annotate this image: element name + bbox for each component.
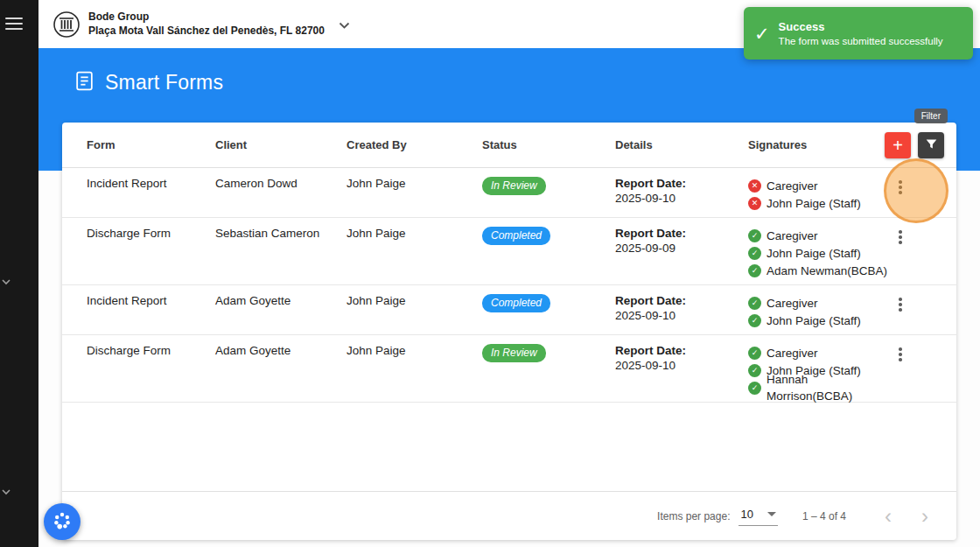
company-info: Bode Group Plaça Mota Vall Sánchez del P… [88, 11, 325, 38]
cell-form: Discharge Form [87, 225, 215, 240]
column-header-details: Details [615, 138, 748, 151]
signature-name: John Paige (Staff) [766, 245, 861, 262]
cell-form: Incident Report [87, 175, 215, 190]
cell-details: Report Date: 2025-09-10 [615, 175, 748, 205]
signed-check-icon: ✓ [748, 347, 761, 360]
cell-form: Incident Report [87, 292, 215, 307]
smart-forms-icon [74, 70, 95, 95]
signature-name: Hannah Morrison(BCBA) [766, 371, 888, 404]
signature-item: ✓Caregiver [748, 344, 888, 361]
cell-created-by: John Paige [346, 342, 482, 357]
cell-form: Discharge Form [87, 342, 215, 357]
hamburger-menu-icon[interactable] [5, 18, 24, 30]
company-logo-icon [52, 11, 80, 39]
table-row: Discharge Form Sebastian Cameron John Pa… [62, 218, 956, 285]
sidebar-expand-chevron-icon[interactable] [1, 483, 13, 492]
details-label: Report Date: [615, 177, 748, 190]
next-page-button[interactable]: › [913, 504, 937, 529]
items-per-page-value: 10 [740, 508, 752, 521]
previous-page-button[interactable]: ‹ [876, 504, 900, 529]
cell-client: Adam Goyette [215, 342, 346, 357]
signed-check-icon: ✓ [748, 297, 761, 310]
sidebar-expand-chevron-icon[interactable] [1, 273, 13, 282]
cell-client: Cameron Dowd [215, 175, 346, 190]
signature-name: Caregiver [766, 228, 818, 244]
details-date: 2025-09-09 [615, 242, 748, 255]
theme-palette-button[interactable] [44, 503, 80, 540]
items-per-page-label: Items per page: [657, 510, 730, 522]
table-actions: + [885, 132, 944, 158]
cell-client: Adam Goyette [215, 292, 346, 307]
row-menu-button[interactable] [890, 344, 911, 365]
column-header-client: Client [215, 138, 346, 151]
table-body: Incident Report Cameron Dowd John Paige … [62, 168, 956, 403]
smart-forms-table-card: Filter Form Client Created By Status Det… [62, 123, 956, 540]
signature-name: Adam Newman(BCBA) [766, 263, 887, 279]
status-badge: Completed [482, 294, 550, 312]
cell-client: Sebastian Cameron [215, 225, 346, 240]
signature-name: Caregiver [766, 178, 818, 194]
success-toast: ✓ Success The form was submitted success… [744, 7, 973, 60]
row-menu-button[interactable] [890, 227, 911, 248]
cell-details: Report Date: 2025-09-10 [615, 292, 748, 322]
signature-name: Caregiver [766, 345, 818, 361]
filter-button[interactable] [918, 132, 944, 158]
details-label: Report Date: [615, 227, 748, 240]
cell-details: Report Date: 2025-09-10 [615, 342, 748, 372]
sidebar [0, 0, 38, 547]
filter-tooltip: Filter [914, 109, 948, 123]
page-title-row: Smart Forms [74, 70, 223, 95]
signature-name: John Paige (Staff) [766, 195, 861, 212]
pagination-bar: Items per page: 10 1 – 4 of 4 ‹ › [62, 491, 956, 540]
status-badge: In Review [482, 177, 546, 195]
details-date: 2025-09-10 [615, 192, 748, 205]
cell-details: Report Date: 2025-09-09 [615, 225, 748, 255]
details-label: Report Date: [615, 294, 748, 307]
cell-created-by: John Paige [346, 292, 482, 307]
signed-check-icon: ✓ [748, 264, 761, 277]
status-badge: In Review [482, 344, 546, 362]
cell-created-by: John Paige [346, 175, 482, 190]
details-date: 2025-09-10 [615, 359, 748, 372]
table-row: Discharge Form Adam Goyette John Paige I… [62, 335, 956, 403]
pagination-range-label: 1 – 4 of 4 [802, 510, 846, 522]
signature-item: ✓Caregiver [748, 227, 888, 244]
unsigned-x-icon: ✕ [748, 179, 761, 193]
check-icon: ✓ [754, 25, 770, 43]
company-chevron-down-icon[interactable] [335, 13, 354, 36]
add-form-button[interactable]: + [885, 132, 911, 158]
signed-check-icon: ✓ [748, 382, 761, 395]
company-name: Bode Group [88, 11, 325, 25]
signature-item: ✕John Paige (Staff) [748, 194, 888, 212]
pager: ‹ › [876, 504, 937, 529]
row-menu-button[interactable] [890, 294, 911, 315]
signature-list: ✓Caregiver✓John Paige (Staff) [748, 292, 888, 329]
signature-item: ✓John Paige (Staff) [748, 312, 888, 329]
column-header-form: Form [87, 138, 215, 151]
toast-message: The form was submitted successfully [779, 36, 943, 46]
details-label: Report Date: [615, 344, 748, 357]
items-per-page: Items per page: 10 [657, 506, 778, 526]
signed-check-icon: ✓ [748, 364, 761, 377]
signed-check-icon: ✓ [748, 229, 761, 242]
signature-item: ✓Adam Newman(BCBA) [748, 262, 888, 279]
signature-item: ✓Hannah Morrison(BCBA) [748, 379, 888, 396]
table-row: Incident Report Adam Goyette John Paige … [62, 285, 956, 335]
column-header-signatures: Signatures [748, 138, 888, 151]
items-per-page-select[interactable]: 10 [738, 506, 777, 526]
page-title: Smart Forms [105, 71, 223, 95]
unsigned-x-icon: ✕ [748, 197, 761, 210]
table-header-row: Form Client Created By Status Details Si… [62, 123, 956, 168]
signature-list: ✓Caregiver✓John Paige (Staff)✓Hannah Mor… [748, 342, 888, 396]
signature-name: Caregiver [766, 295, 818, 312]
signed-check-icon: ✓ [748, 314, 761, 327]
signature-list: ✓Caregiver✓John Paige (Staff)✓Adam Newma… [748, 225, 888, 279]
column-header-status: Status [482, 138, 615, 151]
signature-item: ✓Caregiver [748, 294, 888, 312]
details-date: 2025-09-10 [615, 309, 748, 322]
signature-item: ✓John Paige (Staff) [748, 244, 888, 262]
signed-check-icon: ✓ [748, 247, 761, 260]
row-menu-button[interactable] [890, 177, 911, 198]
company-address: Plaça Mota Vall Sánchez del Penedès, FL … [88, 25, 325, 39]
filter-funnel-icon [925, 137, 938, 153]
